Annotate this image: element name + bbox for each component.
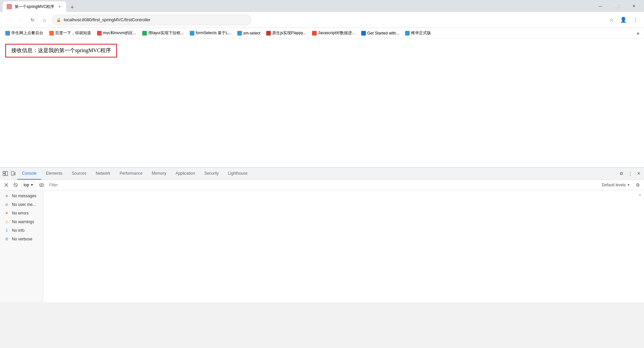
bookmark-favicon-9 (405, 31, 410, 36)
browser-tab[interactable]: 第一个springMVC程序 × (3, 1, 66, 12)
window-controls: — ⬜ ✕ (593, 1, 641, 11)
bookmark-item-0[interactable]: 学生网上点餐后台 (3, 29, 46, 37)
devtools-settings-button[interactable]: ⚙ (617, 170, 625, 178)
bookmark-label-0: 学生网上点餐后台 (11, 30, 43, 36)
bookmark-item-5[interactable]: xm-select (235, 30, 263, 37)
bookmark-item-9[interactable]: 稚华正式版 (402, 29, 434, 37)
bookmark-item-4[interactable]: formSelects 基于L... (187, 29, 234, 37)
console-settings-button[interactable]: ⚙ (634, 181, 641, 189)
forward-button[interactable]: → (16, 15, 25, 25)
context-label: top (24, 183, 29, 187)
tab-console[interactable]: Console (17, 168, 41, 180)
minimize-button[interactable]: — (593, 1, 608, 11)
expand-arrow[interactable]: › (638, 194, 643, 196)
errors-icon: ✕ (4, 211, 9, 216)
bookmark-label-4: formSelects 基于L... (196, 30, 231, 36)
bookmark-label-2: mvc和mvvm的区... (103, 30, 136, 36)
bookmark-favicon-6 (266, 31, 271, 36)
bookmark-favicon-0 (5, 31, 10, 36)
browser-content: 接收信息：这是我的第一个springMVC程序 (0, 39, 644, 167)
bookmark-favicon-1 (49, 31, 54, 36)
tab-strip: 第一个springMVC程序 × + (3, 0, 593, 12)
block-messages-button[interactable] (12, 181, 19, 189)
context-arrow: ▼ (31, 183, 34, 187)
filter-verbose[interactable]: ⚙ No verbose (0, 235, 43, 243)
svg-point-11 (41, 184, 42, 186)
devtools-right-icons: ⚙ ⋮ ✕ (617, 170, 643, 178)
bookmark-favicon-7 (312, 31, 317, 36)
bookmark-label-7: Javascript对数据进... (318, 30, 355, 36)
context-selector[interactable]: top ▼ (21, 182, 36, 188)
filter-user-messages[interactable]: ⊘ No user me... (0, 200, 43, 209)
filter-input[interactable] (47, 182, 598, 188)
tab-elements[interactable]: Elements (41, 168, 67, 180)
filter-info[interactable]: ℹ No info (0, 226, 43, 235)
bookmark-item-8[interactable]: Get Started with... (359, 30, 402, 37)
filter-info-label: No info (12, 228, 25, 233)
tab-memory[interactable]: Memory (147, 168, 171, 180)
bookmark-label-5: xm-select (243, 31, 260, 36)
eye-icon-button[interactable] (38, 181, 45, 189)
close-button[interactable]: ✕ (626, 1, 641, 11)
default-levels-button[interactable]: Default levels ▼ (600, 182, 632, 188)
title-bar: 第一个springMVC程序 × + — ⬜ ✕ (0, 0, 644, 12)
tab-favicon (7, 4, 12, 9)
tab-network[interactable]: Network (91, 168, 115, 180)
all-messages-icon: ≡ (4, 193, 9, 199)
clear-console-button[interactable] (3, 181, 10, 189)
svg-line-9 (14, 184, 17, 186)
url-text: localhost:8080/first_springMVC/firstCont… (64, 17, 247, 22)
svg-point-5 (12, 174, 13, 175)
bookmark-item-1[interactable]: 百度一下，你就知道 (47, 29, 94, 37)
tab-performance[interactable]: Performance (115, 168, 147, 180)
bookmark-favicon-3 (142, 31, 147, 36)
bookmark-item-6[interactable]: 原生js实现Flappy... (264, 29, 309, 37)
bookmark-favicon-5 (237, 31, 242, 36)
url-bar[interactable]: 🔒 localhost:8080/first_springMVC/firstCo… (52, 15, 251, 25)
bookmark-item-7[interactable]: Javascript对数据进... (309, 29, 358, 37)
bookmark-item-2[interactable]: mvc和mvvm的区... (94, 29, 139, 37)
warnings-icon: ⚠ (4, 219, 9, 224)
filter-all-messages[interactable]: ≡ No messages (0, 192, 43, 200)
back-button[interactable]: ← (4, 15, 13, 25)
bookmark-favicon-2 (97, 31, 102, 36)
page-content-text: 接收信息：这是我的第一个springMVC程序 (11, 47, 111, 53)
tab-lighthouse[interactable]: Lighthouse (223, 168, 252, 180)
bookmark-item-3[interactable]: 用layui实现下拉框... (140, 29, 186, 37)
inspect-element-button[interactable] (1, 170, 9, 178)
filter-warnings[interactable]: ⚠ No warnings (0, 218, 43, 226)
svg-rect-1 (3, 174, 5, 176)
filter-verbose-label: No verbose (12, 237, 32, 241)
svg-rect-4 (15, 172, 15, 175)
bookmarks-bar: 学生网上点餐后台 百度一下，你就知道 mvc和mvvm的区... 用layui实… (0, 28, 644, 39)
user-messages-icon: ⊘ (4, 202, 9, 207)
tab-close-button[interactable]: × (57, 4, 62, 9)
default-levels-label: Default levels (602, 183, 626, 187)
console-toolbar: top ▼ Default levels ▼ ⚙ (0, 180, 644, 190)
bookmark-label-1: 百度一下，你就知道 (55, 30, 91, 36)
lock-icon: 🔒 (56, 18, 61, 22)
tab-sources[interactable]: Sources (67, 168, 91, 180)
maximize-button[interactable]: ⬜ (609, 1, 625, 11)
tab-application[interactable]: Application (171, 168, 200, 180)
bookmarks-more-button[interactable]: » (635, 30, 641, 37)
menu-button[interactable]: ⋮ (631, 15, 640, 25)
devtools-tab-bar: Console Elements Sources Network Perform… (0, 168, 644, 180)
tab-security[interactable]: Security (200, 168, 223, 180)
filter-user-label: No user me... (12, 202, 36, 207)
home-button[interactable]: ⌂ (40, 15, 49, 25)
svg-point-10 (39, 183, 44, 187)
filter-errors[interactable]: ✕ No errors (0, 209, 43, 218)
profile-button[interactable]: 👤 (619, 15, 628, 25)
devtools-more-button[interactable]: ⋮ (626, 170, 634, 178)
new-tab-button[interactable]: + (67, 3, 77, 12)
filter-errors-label: No errors (12, 211, 29, 216)
device-toolbar-button[interactable] (9, 170, 17, 178)
devtools-close-button[interactable]: ✕ (635, 170, 643, 178)
bookmark-label-3: 用layui实现下拉框... (148, 30, 184, 36)
refresh-button[interactable]: ↻ (28, 15, 37, 25)
bookmark-star-button[interactable]: ☆ (607, 15, 616, 25)
bookmark-label-8: Get Started with... (367, 31, 399, 36)
bookmark-favicon-8 (361, 31, 366, 36)
bookmark-label-9: 稚华正式版 (411, 30, 431, 36)
